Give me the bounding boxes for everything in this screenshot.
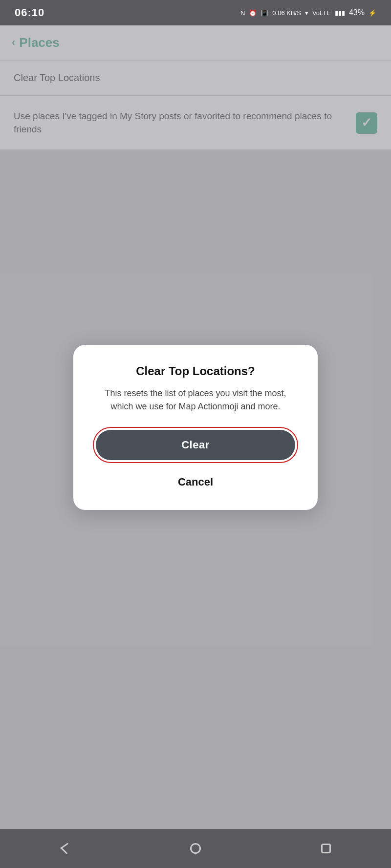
home-circle-icon <box>190 843 201 854</box>
wifi-icon: ▾ <box>305 9 308 17</box>
dialog-overlay: Clear Top Locations? This resets the lis… <box>0 25 391 829</box>
status-icons: N ⏰ 📳 0.06 KB/S ▾ VoLTE ▮▮▮ 43% ⚡ <box>240 8 376 17</box>
clear-button[interactable]: Clear <box>96 430 295 460</box>
home-nav-button[interactable] <box>181 839 210 858</box>
nfc-icon: N <box>240 9 245 17</box>
dialog-title: Clear Top Locations? <box>136 364 255 378</box>
dialog-body: This resets the list of places you visit… <box>93 387 298 413</box>
status-bar: 06:10 N ⏰ 📳 0.06 KB/S ▾ VoLTE ▮▮▮ 43% ⚡ <box>0 0 391 25</box>
vibrate-icon: 📳 <box>261 9 268 17</box>
back-triangle-icon <box>60 843 74 854</box>
data-speed: 0.06 KB/S <box>272 9 301 17</box>
battery-level: 43% <box>349 8 365 17</box>
charging-icon: ⚡ <box>369 9 376 17</box>
recents-square-icon <box>321 844 331 853</box>
clear-button-wrapper: Clear <box>93 427 298 463</box>
volte-icon: VoLTE <box>312 9 331 17</box>
dialog: Clear Top Locations? This resets the lis… <box>73 345 318 510</box>
cancel-button[interactable]: Cancel <box>178 472 213 492</box>
bottom-nav-bar <box>0 829 391 868</box>
signal-icon: ▮▮▮ <box>335 9 345 17</box>
back-nav-button[interactable] <box>50 839 80 858</box>
alarm-icon: ⏰ <box>249 9 257 17</box>
status-time: 06:10 <box>15 6 44 19</box>
recents-nav-button[interactable] <box>311 839 341 858</box>
